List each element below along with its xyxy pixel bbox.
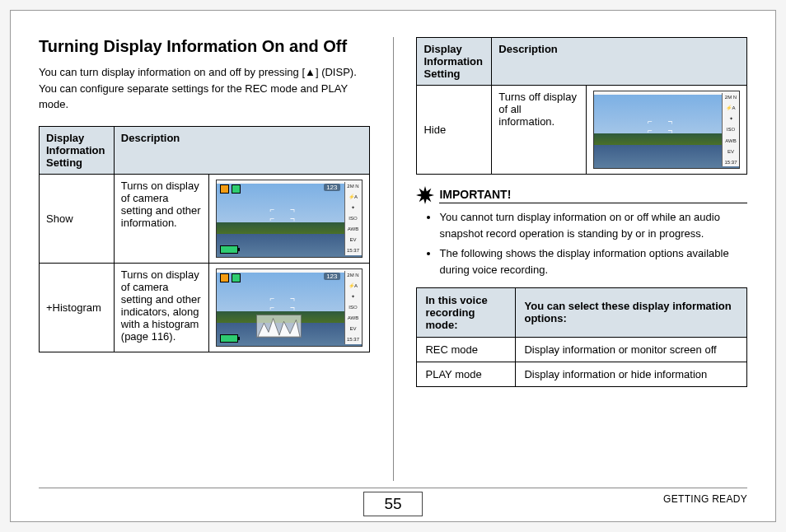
- th-description: Description: [492, 38, 747, 86]
- two-column-layout: Turning Display Information On and Off Y…: [39, 37, 747, 481]
- column-divider: [393, 37, 394, 481]
- desc-histogram: Turns on display of camera setting and o…: [114, 263, 208, 352]
- page-number: 55: [363, 492, 422, 516]
- voice-mode-rec: REC mode: [417, 337, 516, 362]
- shot-count: 123: [324, 184, 339, 191]
- thumb-show: 123 ⌐ ¬⌐ ¬ 2M N ⚡A ✦ ISO AWB EV: [208, 174, 369, 263]
- focus-marks-icon: ⌐ ¬⌐ ¬: [648, 117, 679, 135]
- status-icon: [232, 273, 241, 282]
- intro-paragraph: You can turn display information on and …: [39, 64, 370, 113]
- lcd-sidebar: 2M N ⚡A ✦ ISO AWB EV 15:37: [344, 271, 362, 344]
- important-header: IMPORTANT!: [416, 186, 747, 204]
- mode-icon: [220, 273, 229, 282]
- battery-icon: [220, 334, 238, 343]
- lcd-sidebar: 2M N ⚡A ✦ ISO AWB EV 15:37: [722, 93, 739, 166]
- histogram-icon: [256, 315, 302, 338]
- voice-opts-play: Display information or hide information: [516, 362, 747, 386]
- display-settings-table-left: Display Information Setting Description …: [39, 126, 370, 352]
- starburst-icon: [416, 186, 434, 204]
- th-voice-options: You can select these display information…: [516, 287, 747, 337]
- th-description: Description: [114, 126, 369, 174]
- desc-hide: Turns off display of all information.: [492, 86, 587, 175]
- th-setting: Display Information Setting: [40, 126, 115, 174]
- status-icon: [232, 184, 241, 194]
- lcd-preview-histogram: 123 ⌐ ¬⌐ ¬ 2M N ⚡A ✦ ISO: [216, 268, 363, 347]
- voice-recording-table: In this voice recording mode: You can se…: [416, 287, 747, 387]
- page-footer: 55 GETTING READY: [39, 488, 747, 516]
- th-voice-mode: In this voice recording mode:: [417, 287, 516, 337]
- lcd-preview-hide: ⌐ ¬⌐ ¬ 2M N ⚡A ✦ ISO AWB EV 15:37: [593, 91, 740, 169]
- voice-mode-play: PLAY mode: [417, 362, 516, 386]
- important-notes: You cannot turn display information on o…: [416, 209, 747, 279]
- focus-marks-icon: ⌐ ¬⌐ ¬: [269, 205, 301, 223]
- left-column: Turning Display Information On and Off Y…: [39, 37, 370, 481]
- display-settings-table-right: Display Information Setting Description …: [416, 37, 747, 175]
- mode-icon: [220, 184, 229, 194]
- battery-icon: [220, 245, 238, 254]
- setting-hide: Hide: [417, 86, 492, 175]
- note-item: The following shows the display informat…: [439, 245, 747, 278]
- th-setting: Display Information Setting: [417, 38, 492, 86]
- setting-show: Show: [40, 174, 115, 263]
- section-label: GETTING READY: [663, 493, 747, 505]
- thumb-hide: ⌐ ¬⌐ ¬ 2M N ⚡A ✦ ISO AWB EV 15:37: [587, 86, 747, 175]
- lcd-sidebar: 2M N ⚡A ✦ ISO AWB EV 15:37: [344, 182, 362, 255]
- focus-marks-icon: ⌐ ¬⌐ ¬: [269, 294, 301, 312]
- manual-page: Turning Display Information On and Off Y…: [10, 10, 776, 522]
- note-item: You cannot turn display information on o…: [439, 209, 747, 242]
- setting-histogram: +Histogram: [40, 263, 115, 352]
- svg-marker-0: [416, 186, 434, 204]
- desc-show: Turns on display of camera setting and o…: [114, 174, 208, 263]
- lcd-preview-show: 123 ⌐ ¬⌐ ¬ 2M N ⚡A ✦ ISO AWB EV: [216, 180, 363, 258]
- right-column: Display Information Setting Description …: [416, 37, 747, 481]
- shot-count: 123: [324, 273, 339, 280]
- thumb-histogram: 123 ⌐ ¬⌐ ¬ 2M N ⚡A ✦ ISO: [208, 263, 369, 352]
- voice-opts-rec: Display information or monitor screen of…: [516, 337, 747, 362]
- important-label: IMPORTANT!: [439, 188, 747, 203]
- page-heading: Turning Display Information On and Off: [39, 37, 370, 56]
